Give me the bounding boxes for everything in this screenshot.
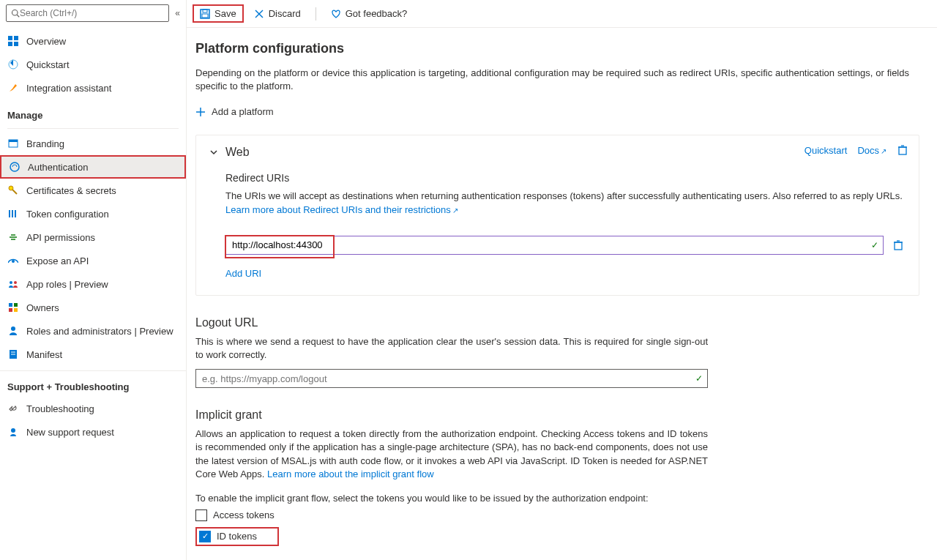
sidebar-item-label: Manifest [26, 349, 62, 360]
delete-uri-button[interactable] [891, 238, 906, 253]
save-button[interactable]: Save [193, 4, 244, 23]
sidebar-item-overview[interactable]: Overview [0, 29, 186, 53]
access-tokens-checkbox[interactable] [195, 509, 207, 521]
sidebar-item-api-permissions[interactable]: API permissions [0, 225, 186, 249]
id-tokens-row: ✓ ID tokens [195, 527, 279, 546]
implicit-enable-text: To enable the implicit grant flow, selec… [195, 493, 919, 504]
quickstart-link[interactable]: Quickstart [805, 145, 848, 156]
sidebar-item-label: Certificates & secrets [26, 185, 116, 196]
plus-icon [195, 107, 206, 117]
sidebar-item-label: Authentication [28, 162, 88, 173]
sidebar-item-manifest[interactable]: Manifest [0, 343, 186, 366]
web-panel-title: Web [225, 146, 250, 159]
sidebar-item-troubleshooting[interactable]: Troubleshooting [0, 397, 186, 420]
svg-line-1 [17, 15, 19, 17]
implicit-text: Allows an application to request a token… [195, 428, 708, 481]
svg-rect-8 [9, 140, 18, 142]
manifest-icon [7, 348, 19, 360]
logout-input-wrapper: ✓ [195, 369, 708, 388]
id-tokens-label: ID tokens [217, 531, 257, 542]
access-tokens-label: Access tokens [213, 509, 275, 520]
redirect-learn-more-link[interactable]: Learn more about Redirect URIs and their… [225, 204, 458, 215]
sidebar-item-label: Expose an API [26, 255, 89, 266]
docs-link[interactable]: Docs↗ [857, 145, 886, 156]
sidebar-item-label: Token configuration [26, 209, 109, 220]
close-icon [254, 9, 264, 19]
add-uri-link[interactable]: Add URI [225, 268, 906, 279]
add-platform-button[interactable]: Add a platform [195, 106, 919, 117]
key-icon [7, 184, 19, 196]
svg-point-16 [10, 281, 12, 284]
authentication-icon [9, 161, 20, 173]
branding-icon [7, 138, 19, 149]
sidebar-item-label: Overview [26, 36, 66, 47]
logout-title: Logout URL [195, 316, 919, 329]
add-platform-label: Add a platform [212, 106, 274, 117]
sidebar-item-token-config[interactable]: Token configuration [0, 202, 186, 225]
search-icon [11, 9, 20, 18]
web-panel: Web Quickstart Docs↗ Redirect URIs The U… [195, 135, 919, 295]
external-link-icon: ↗ [881, 147, 886, 155]
logout-text: This is where we send a request to have … [195, 335, 708, 362]
svg-point-9 [10, 163, 19, 171]
sidebar-item-integration[interactable]: Integration assistant [0, 76, 186, 100]
sidebar-item-expose-api[interactable]: Expose an API [0, 249, 186, 272]
redirect-uri-input-wrapper: ✓ [225, 236, 884, 255]
sidebar-item-label: Quickstart [26, 59, 70, 70]
svg-rect-2 [8, 36, 12, 40]
divider [7, 128, 179, 129]
implicit-learn-more-link[interactable]: Learn more about the implicit grant flow [267, 468, 434, 479]
quickstart-icon [7, 59, 19, 70]
svg-rect-4 [8, 42, 12, 46]
svg-point-15 [12, 260, 15, 263]
sidebar-item-label: API permissions [26, 232, 95, 243]
chevron-down-icon[interactable] [209, 148, 218, 157]
access-tokens-row: Access tokens [195, 509, 919, 521]
svg-rect-5 [14, 42, 18, 46]
save-icon [200, 9, 210, 19]
overview-icon [7, 35, 19, 47]
sidebar-item-owners[interactable]: Owners [0, 296, 186, 319]
feedback-label: Got feedback? [346, 8, 408, 19]
sidebar-item-label: Branding [26, 138, 64, 149]
feedback-button[interactable]: Got feedback? [325, 5, 414, 22]
collapse-sidebar-icon[interactable]: « [175, 8, 180, 18]
delete-platform-button[interactable] [897, 144, 908, 156]
redirect-uris-text: The URIs we will accept as destinations … [225, 190, 906, 216]
svg-point-22 [11, 326, 15, 331]
sidebar-item-label: App roles | Preview [26, 279, 108, 290]
platform-title: Platform configurations [195, 41, 919, 56]
logout-url-input[interactable] [202, 370, 701, 387]
approles-icon [7, 278, 19, 290]
svg-point-26 [11, 428, 15, 433]
svg-point-17 [14, 281, 17, 284]
discard-button[interactable]: Discard [248, 5, 307, 22]
svg-rect-19 [14, 303, 18, 307]
sidebar-item-authentication[interactable]: Authentication [0, 155, 186, 179]
svg-line-11 [12, 190, 17, 194]
expose-icon [7, 255, 19, 266]
search-input[interactable] [20, 8, 164, 18]
sidebar-item-label: Roles and administrators | Preview [26, 326, 173, 337]
sidebar-item-new-support[interactable]: New support request [0, 420, 186, 444]
redirect-uri-input[interactable] [232, 236, 877, 254]
sidebar-item-certificates[interactable]: Certificates & secrets [0, 179, 186, 202]
search-box[interactable] [6, 4, 169, 22]
sidebar-item-label: Owners [26, 302, 59, 313]
sidebar-item-quickstart[interactable]: Quickstart [0, 53, 186, 76]
sidebar-item-app-roles[interactable]: App roles | Preview [0, 272, 186, 296]
sidebar-item-roles-admins[interactable]: Roles and administrators | Preview [0, 319, 186, 343]
svg-rect-3 [14, 36, 18, 40]
api-icon [7, 231, 19, 243]
svg-rect-21 [14, 308, 18, 312]
sidebar-item-branding[interactable]: Branding [0, 132, 186, 155]
sidebar-item-label: New support request [26, 427, 114, 438]
token-icon [7, 208, 19, 220]
group-manage: Manage [0, 100, 186, 125]
discard-label: Discard [269, 8, 301, 19]
svg-rect-34 [899, 147, 906, 154]
svg-rect-20 [9, 308, 12, 312]
id-tokens-checkbox[interactable]: ✓ [199, 531, 211, 542]
wrench-icon [7, 403, 19, 414]
sidebar-item-label: Troubleshooting [26, 403, 94, 414]
